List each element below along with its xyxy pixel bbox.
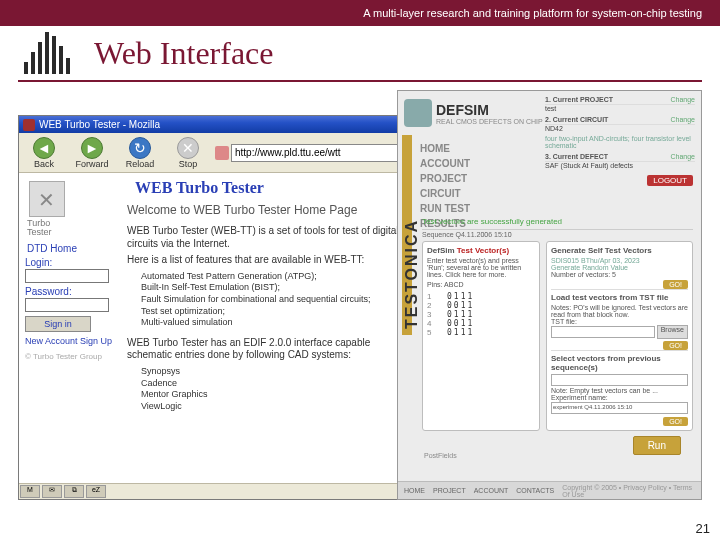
app-sub: REAL CMOS DEFECTS ON CHIP	[436, 118, 543, 125]
header-subtitle: A multi-layer research and training plat…	[363, 7, 702, 19]
status-bar: M ✉ ⧉ eZ	[19, 483, 412, 499]
options-panel: Generate Self Test Vectors SDIS015 BThu/…	[546, 241, 693, 431]
title-divider	[18, 80, 702, 82]
testonica-panel: TESTONICA DEFSIM REAL CMOS DEFECTS ON CH…	[397, 90, 702, 500]
sequence-label: Sequence Q4.11.2006 15:10	[422, 231, 693, 238]
exp-label: Experiment name:	[551, 394, 688, 401]
edif-para: WEB Turbo Tester has an EDIF 2.0.0 inter…	[127, 337, 408, 362]
footer: HOME PROJECT ACCOUNT CONTACTS Copyright …	[398, 481, 701, 499]
reload-icon: ↻	[129, 137, 151, 159]
ctx-defect-val: SAF (Stuck At Fault) defects	[545, 162, 695, 169]
slide-logo-icon	[24, 32, 84, 74]
window-title: WEB Turbo Tester - Mozilla	[39, 119, 160, 130]
logout-button[interactable]: LOGOUT	[647, 175, 693, 186]
browse-button[interactable]: Browse	[657, 325, 688, 339]
prev-note: Note: Empty test vectors can be ...	[551, 387, 688, 394]
list-item: Fault Simulation for combinational and s…	[141, 294, 408, 306]
menu-project[interactable]: PROJECT	[420, 171, 470, 186]
list-item: Cadence	[141, 378, 408, 390]
file-input[interactable]	[551, 326, 655, 338]
list-item: ViewLogic	[141, 401, 408, 413]
nav-home-link[interactable]: DTD Home	[27, 243, 121, 254]
signup-link[interactable]: New Account Sign Up	[25, 336, 121, 346]
list-item: Test set optimization;	[141, 306, 408, 318]
defsim-logo-icon	[404, 99, 432, 127]
url-input[interactable]	[231, 144, 408, 162]
feature-list: Automated Test Pattern Generation (ATPG)…	[141, 271, 408, 329]
page-content: Turbo Tester DTD Home Login: Password: S…	[19, 173, 412, 483]
footer-link[interactable]: PROJECT	[433, 487, 466, 494]
gen-title: Generate Self Test Vectors	[551, 246, 688, 255]
footer-link[interactable]: HOME	[404, 487, 425, 494]
count-label: Number of vectors:	[551, 271, 610, 278]
postfields-label: PostFields	[424, 452, 457, 459]
pins-label: Pins: ABCD	[427, 281, 535, 288]
password-input[interactable]	[25, 298, 109, 312]
main-column: WEB Turbo Tester Welcome to WEB Turbo Te…	[127, 177, 408, 479]
back-button[interactable]: ◄Back	[23, 137, 65, 169]
list-item: Built-In Self-Test Emulation (BIST);	[141, 282, 408, 294]
menu-circuit[interactable]: CIRCUIT	[420, 186, 470, 201]
go-button[interactable]: GO!	[663, 341, 688, 350]
turbo-tester-logo-icon	[29, 181, 65, 217]
panel-desc: Enter test vector(s) and press 'Run'; se…	[427, 257, 535, 278]
address-bar[interactable]	[215, 144, 408, 162]
file-label: TST file:	[551, 318, 688, 325]
reload-button[interactable]: ↻Reload	[119, 137, 161, 169]
page-number: 21	[696, 521, 710, 536]
login-input[interactable]	[25, 269, 109, 283]
stop-button[interactable]: ✕Stop	[167, 137, 209, 169]
menu-run-test[interactable]: RUN TEST	[420, 201, 470, 216]
go-button[interactable]: GO!	[663, 417, 688, 426]
screenshot-area: WEB Turbo Tester - Mozilla ◄Back ►Forwar…	[18, 90, 702, 525]
stop-icon: ✕	[177, 137, 199, 159]
menu-account[interactable]: ACCOUNT	[420, 156, 470, 171]
footer-link[interactable]: ACCOUNT	[474, 487, 509, 494]
window-titlebar[interactable]: WEB Turbo Tester - Mozilla	[19, 116, 412, 133]
list-item: Automated Test Pattern Generation (ATPG)…	[141, 271, 408, 283]
run-button[interactable]: Run	[633, 436, 681, 455]
app-icon	[23, 119, 35, 131]
test-vectors-panel: DefSim Test Vector(s) Enter test vector(…	[422, 241, 540, 431]
password-label: Password:	[25, 286, 121, 297]
forward-button[interactable]: ►Forward	[71, 137, 113, 169]
status-cell[interactable]: eZ	[86, 485, 106, 498]
footer-copy: Copyright © 2005 • Privacy Policy • Term…	[562, 484, 695, 498]
status-cell[interactable]: M	[20, 485, 40, 498]
list-item: Multi-valued simulation	[141, 317, 408, 329]
page-title: Web Interface	[94, 35, 274, 72]
list-item: Mentor Graphics	[141, 389, 408, 401]
brand-vertical: TESTONICA	[403, 219, 421, 329]
panel-title-prefix: DefSim	[427, 246, 457, 255]
prev-select[interactable]	[551, 374, 688, 386]
exp-input[interactable]: experiment Q4.11.2006 15:10	[551, 402, 688, 414]
ctx-defect-label: 3. Current DEFECT	[545, 153, 608, 160]
menu-home[interactable]: HOME	[420, 141, 470, 156]
load-note: Notes: PO's will be ignored. Test vector…	[551, 304, 688, 318]
features-lead: Here is a list of features that are avai…	[127, 254, 408, 267]
list-item: Synopsys	[141, 366, 408, 378]
footer-link[interactable]: CONTACTS	[516, 487, 554, 494]
page-heading: WEB Turbo Tester	[135, 179, 408, 197]
gen-link[interactable]: Generate Random Value	[551, 264, 688, 271]
status-message: Test vectors are successfully generated	[422, 217, 693, 230]
ctx-circuit-val: ND42	[545, 125, 695, 132]
change-link[interactable]: Change	[670, 116, 695, 123]
back-arrow-icon: ◄	[33, 137, 55, 159]
count-val: 5	[612, 271, 616, 278]
status-cell[interactable]: ⧉	[64, 485, 84, 498]
load-title: Load test vectors from TST file	[551, 293, 688, 302]
ctx-circuit-label: 2. Current CIRCUIT	[545, 116, 608, 123]
run-group: Sequence Q4.11.2006 15:10 DefSim Test Ve…	[422, 231, 693, 431]
forward-arrow-icon: ►	[81, 137, 103, 159]
change-link[interactable]: Change	[670, 153, 695, 160]
status-cell[interactable]: ✉	[42, 485, 62, 498]
context-box: 1. Current PROJECTChange test 2. Current…	[545, 95, 695, 172]
go-button[interactable]: GO!	[663, 280, 688, 289]
left-nav: Turbo Tester DTD Home Login: Password: S…	[23, 177, 121, 479]
site-icon	[215, 146, 229, 160]
change-link[interactable]: Change	[670, 96, 695, 103]
copyright: © Turbo Tester Group	[25, 352, 121, 361]
signin-button[interactable]: Sign in	[25, 316, 91, 332]
title-row: Web Interface	[0, 26, 720, 76]
